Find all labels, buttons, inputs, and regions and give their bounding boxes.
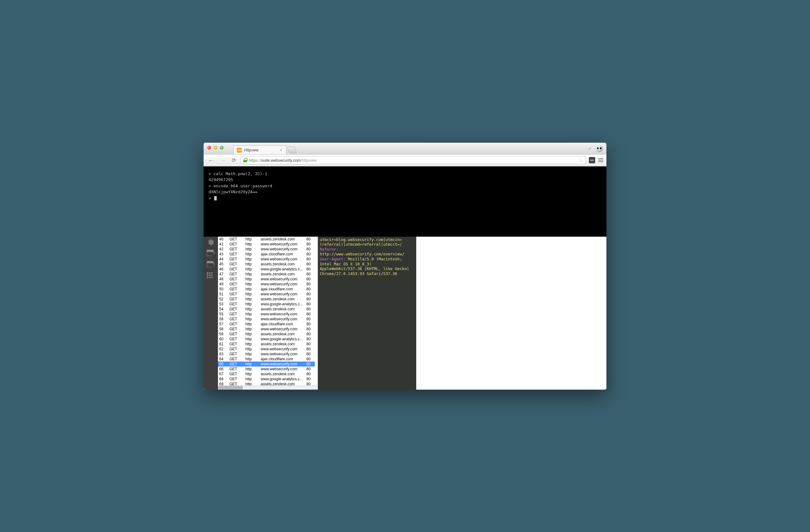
table-row[interactable]: 61GEThttpassets.zendesk.com80: [218, 341, 315, 346]
cell-scheme: http: [244, 311, 259, 317]
reload-button[interactable]: ⟳: [230, 157, 237, 164]
table-row[interactable]: 49GEThttpwww.websecurify.com80: [218, 281, 315, 287]
table-row[interactable]: 48GEThttpwww.websecurify.com80: [218, 277, 315, 281]
cell-method: GET: [228, 322, 244, 326]
cell-method: GET: [228, 372, 244, 376]
cell-host: assets.zendesk.com: [259, 262, 305, 267]
cell-scheme: http: [244, 307, 259, 311]
cell-method: GET: [228, 277, 244, 281]
cell-scheme: http: [244, 247, 259, 252]
table-row[interactable]: 59GEThttpassets.zendesk.com80: [218, 332, 315, 337]
cell-port: 80: [305, 287, 315, 292]
cell-host: www.google-analytics.c...: [259, 267, 305, 272]
table-row[interactable]: 63GEThttpwww.websecurify.com80: [218, 352, 315, 357]
cell-id: 62: [218, 346, 228, 352]
new-tab-button[interactable]: [287, 147, 297, 153]
cell-scheme: http: [244, 376, 259, 382]
terminal-line: 4294967295: [209, 177, 233, 182]
cell-port: 80: [305, 292, 315, 296]
table-row[interactable]: 51GEThttpwww.websecurify.com80: [218, 292, 315, 296]
table-row[interactable]: 43GEThttpajax.cloudflare.com80: [218, 252, 315, 257]
scrollbar-thumb[interactable]: [218, 386, 243, 390]
cell-port: 80: [305, 352, 315, 357]
table-row[interactable]: 56GEThttpwww.websecurify.com80: [218, 317, 315, 322]
table-row[interactable]: 52GEThttpassets.zendesk.com80: [218, 296, 315, 302]
cell-scheme: http: [244, 346, 259, 352]
cell-host: assets.zendesk.com: [259, 237, 305, 242]
cell-method: GET: [228, 367, 244, 372]
cell-port: 80: [305, 296, 315, 302]
table-row[interactable]: 47GEThttpassets.zendesk.com80: [218, 272, 315, 277]
cell-port: 80: [305, 307, 315, 311]
cell-host: www.websecurify.com: [259, 352, 305, 357]
table-row[interactable]: 54GEThttpassets.zendesk.com80: [218, 307, 315, 311]
cell-id: 59: [218, 332, 228, 337]
tab-close-icon[interactable]: ×: [280, 148, 282, 152]
profile-avatar-icon[interactable]: [596, 145, 603, 152]
table-row[interactable]: 44GEThttpwww.websecurify.com80: [218, 257, 315, 262]
cell-port: 80: [305, 322, 315, 326]
cell-scheme: http: [244, 326, 259, 332]
gear-icon[interactable]: [207, 239, 215, 245]
extension-websecurify-icon[interactable]: ws: [589, 157, 595, 163]
table-row[interactable]: 42GEThttpwww.websecurify.com80: [218, 247, 315, 252]
request-table[interactable]: 40GEThttpassets.zendesk.com8041GEThttpww…: [218, 237, 318, 390]
cell-method: GET: [228, 307, 244, 311]
fullscreen-icon[interactable]: ⤢: [588, 146, 592, 151]
cell-port: 80: [305, 252, 315, 257]
table-row[interactable]: 50GEThttpajax.cloudflare.com80: [218, 287, 315, 292]
cell-scheme: http: [244, 372, 259, 376]
bookmark-star-icon[interactable]: ☆: [579, 157, 583, 163]
close-window-button[interactable]: [207, 146, 211, 149]
cell-id: 68: [218, 376, 228, 382]
cell-host: www.websecurify.com: [259, 367, 305, 372]
table-row[interactable]: 66GEThttpwww.websecurify.com80: [218, 367, 315, 372]
cell-port: 80: [305, 376, 315, 382]
terminal-line: dXNlcjpwYXNzd29yZA==: [209, 190, 258, 194]
grid-icon[interactable]: [207, 272, 215, 279]
table-row[interactable]: 55GEThttpwww.websecurify.com80: [218, 311, 315, 317]
horizontal-scrollbar[interactable]: [218, 385, 318, 390]
back-button[interactable]: ←: [207, 157, 215, 164]
cell-method: GET: [228, 237, 244, 242]
table-row[interactable]: 64GEThttpajax.cloudflare.com80: [218, 357, 315, 361]
hamburger-menu-icon[interactable]: [598, 158, 603, 162]
cell-method: GET: [228, 262, 244, 267]
table-row[interactable]: 58GEThttpwww.websecurify.com80: [218, 326, 315, 332]
table-row[interactable]: 62GEThttpwww.websecurify.com80: [218, 346, 315, 352]
terminal[interactable]: > calc Math.pow(2, 32)-1 4294967295 > en…: [204, 166, 606, 237]
cell-host: www.websecurify.com: [259, 257, 305, 262]
table-row[interactable]: 60GEThttpwww.google-analytics.c...80: [218, 337, 315, 341]
address-bar[interactable]: https://suite.websecurify.com/httpview ☆: [240, 156, 586, 164]
toolbar: ← → ⟳ https://suite.websecurify.com/http…: [204, 155, 606, 166]
cell-id: 45: [218, 262, 228, 267]
maximize-window-button[interactable]: [220, 146, 224, 149]
cell-port: 80: [305, 277, 315, 281]
cell-method: GET: [228, 252, 244, 257]
cell-port: 80: [305, 372, 315, 376]
table-row[interactable]: 57GEThttpajax.cloudflare.com80: [218, 322, 315, 326]
cell-host: www.google-analytics.c...: [259, 337, 305, 341]
cell-scheme: http: [244, 302, 259, 307]
forward-button[interactable]: →: [218, 157, 227, 164]
table-row[interactable]: 46GEThttpwww.google-analytics.c...80: [218, 267, 315, 272]
cell-port: 80: [305, 337, 315, 341]
detail-cookie-line: utmcsr=blog.websecurify.com|utmccn=: [320, 237, 415, 242]
table-row[interactable]: 40GEThttpassets.zendesk.com80: [218, 237, 315, 242]
url-scheme-separator: ://: [258, 158, 261, 163]
tab-httpview[interactable]: ws Httpview ×: [233, 145, 286, 154]
painter-tool-2[interactable]: 2: [207, 261, 215, 268]
cell-port: 80: [305, 332, 315, 337]
minimize-window-button[interactable]: [214, 146, 217, 149]
painter-tool-1[interactable]: 1: [207, 250, 215, 257]
table-row[interactable]: 68GEThttpwww.google-analytics.c...80: [218, 376, 315, 382]
table-row[interactable]: 67GEThttpassets.zendesk.com80: [218, 372, 315, 376]
cell-host: www.websecurify.com: [259, 326, 305, 332]
bottom-pane: 1 2 40GEThttpassets.zendesk.com8041GETht…: [204, 237, 606, 390]
request-detail[interactable]: utmcsr=blog.websecurify.com|utmccn= (ref…: [318, 237, 416, 390]
table-row[interactable]: 65GEThttpwww.websecurify.com80: [218, 361, 315, 367]
table-row[interactable]: 53GEThttpwww.google-analytics.c...80: [218, 302, 315, 307]
tab-title: Httpview: [244, 148, 259, 152]
table-row[interactable]: 45GEThttpassets.zendesk.com80: [218, 262, 315, 267]
table-row[interactable]: 41GEThttpwww.websecurify.com80: [218, 242, 315, 247]
